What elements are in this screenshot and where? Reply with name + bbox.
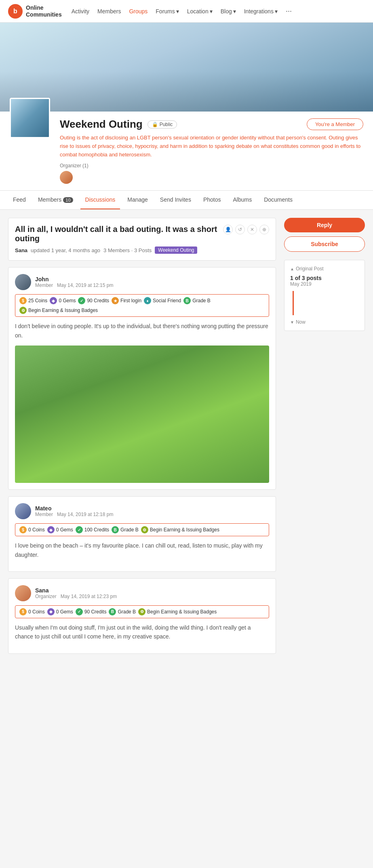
badge-row-mateo: $ 0 Coins ◆ 0 Gems ✓ 100 Credits B Grade… <box>15 523 269 536</box>
avatar-mateo <box>15 503 31 519</box>
post-author-info-sana: Sana Organizer May 14, 2019 at 12:23 pm <box>35 587 117 599</box>
coins-icon-sana: $ <box>19 608 27 615</box>
subscribe-button[interactable]: Subscribe <box>284 236 365 252</box>
post-author-row-sana: Sana Organizer May 14, 2019 at 12:23 pm <box>15 585 269 601</box>
nav-more-button[interactable]: ··· <box>286 7 292 15</box>
badge-grade-mateo: B Grade B <box>112 526 139 533</box>
discussion-header: All in all, I wouldn't call it a bad out… <box>8 218 276 261</box>
nav-location[interactable]: Location ▾ <box>187 8 213 15</box>
author-role-date-john: Member May 14, 2019 at 12:15 pm <box>35 282 113 288</box>
grade-icon: B <box>183 297 191 304</box>
badge-coins-john: $ 25 Coins <box>19 297 47 304</box>
icon-2[interactable]: ↺ <box>235 225 245 234</box>
author-role-date-mateo: Member May 14, 2019 at 12:18 pm <box>35 512 113 517</box>
author-role-date-sana: Organizer May 14, 2019 at 12:23 pm <box>35 594 117 599</box>
badge-credits-mateo: ✓ 100 Credits <box>76 526 109 533</box>
posts-area: All in all, I wouldn't call it a bad out… <box>8 218 276 660</box>
group-avatar <box>10 98 50 138</box>
tab-feed[interactable]: Feed <box>8 191 31 209</box>
author-name-john: John <box>35 276 113 282</box>
nav-activity[interactable]: Activity <box>72 8 89 15</box>
author-name-mateo: Mateo <box>35 505 113 512</box>
badge-gems-john: ◆ 0 Gems <box>50 297 76 304</box>
post-image-john <box>15 346 269 483</box>
grade-icon-sana: B <box>109 608 116 615</box>
group-info: Weekend Outing 🔒 Public You're a Member … <box>60 118 363 184</box>
badge-credits-sana: ✓ 90 Credits <box>76 608 107 615</box>
discussion-action-icons: 👤 ↺ ✕ ⊕ <box>223 225 269 234</box>
nav-members[interactable]: Members <box>97 8 121 15</box>
tab-manage[interactable]: Manage <box>122 191 153 209</box>
brand-name: Online Communities <box>26 4 62 18</box>
icon-1[interactable]: 👤 <box>223 225 233 234</box>
chevron-down-icon: ▼ <box>290 320 294 324</box>
nav-groups[interactable]: Groups <box>129 8 148 15</box>
badge-firstlogin-john: ★ First login <box>112 297 141 304</box>
badge-grade-sana: B Grade B <box>109 608 136 615</box>
badge-gems-sana: ◆ 0 Gems <box>47 608 73 615</box>
reply-button[interactable]: Reply <box>284 218 365 232</box>
tab-photos[interactable]: Photos <box>198 191 226 209</box>
credits-icon: ✓ <box>78 297 85 304</box>
nav-forums[interactable]: Forums ▾ <box>156 8 179 15</box>
tab-send-invites[interactable]: Send Invites <box>155 191 196 209</box>
avatar-john <box>15 274 31 290</box>
badge-gems-mateo: ◆ 0 Gems <box>47 526 73 533</box>
tab-discussions[interactable]: Discussions <box>80 191 120 209</box>
post-author-info-mateo: Mateo Member May 14, 2019 at 12:18 pm <box>35 505 113 517</box>
earn-icon: ⚙ <box>19 307 27 314</box>
post-date: May 2019 <box>290 281 359 287</box>
post-count: 1 of 3 posts <box>290 275 359 281</box>
tab-members[interactable]: Members10 <box>33 191 78 209</box>
chevron-up-icon: ▲ <box>290 267 294 271</box>
main-layout: All in all, I wouldn't call it a bad out… <box>0 210 373 668</box>
icon-4[interactable]: ⊕ <box>259 225 269 234</box>
firstlogin-icon: ★ <box>112 297 119 304</box>
earn-icon-mateo: ⚙ <box>141 526 148 533</box>
discussion-updated: updated 1 year, 4 months ago <box>31 247 100 253</box>
post-author-row: John Member May 14, 2019 at 12:15 pm <box>15 274 269 290</box>
post-text-mateo: I love being on the beach – it's my favo… <box>15 541 269 559</box>
group-title: Weekend Outing <box>60 118 143 131</box>
badge-row-sana: $ 0 Coins ◆ 0 Gems ✓ 90 Credits B Grade … <box>15 605 269 618</box>
logo-icon: b <box>8 4 23 19</box>
nav-integrations[interactable]: Integrations ▾ <box>244 8 278 15</box>
gems-icon-mateo: ◆ <box>47 526 55 533</box>
sidebar-post-info: ▲ Original Post 1 of 3 posts May 2019 ▼ … <box>284 260 365 331</box>
gems-icon-sana: ◆ <box>47 608 55 615</box>
post-text-sana: Usually when I'm out doing stuff, I'm ju… <box>15 623 269 641</box>
nav-blog[interactable]: Blog ▾ <box>221 8 236 15</box>
badge-socialfriend-john: ♦ Social Friend <box>144 297 181 304</box>
visibility-badge: 🔒 Public <box>148 120 177 129</box>
tab-documents[interactable]: Documents <box>259 191 297 209</box>
original-post-label: ▲ Original Post <box>290 266 359 272</box>
discussion-stats: 3 Members · 3 Posts <box>103 247 152 253</box>
lock-icon: 🔒 <box>152 122 158 127</box>
group-header: Weekend Outing 🔒 Public You're a Member … <box>0 112 373 191</box>
tab-albums[interactable]: Albums <box>228 191 257 209</box>
icon-3[interactable]: ✕ <box>247 225 257 234</box>
badge-earn-john: ⚙ Begin Earning & Issuing Badges <box>19 307 98 314</box>
timeline-line <box>293 291 294 315</box>
organizer-label: Organizer (1) <box>60 163 363 169</box>
organizer-avatar[interactable] <box>60 171 73 184</box>
socialfriend-icon: ♦ <box>144 297 151 304</box>
badge-row-john: $ 25 Coins ◆ 0 Gems ✓ 90 Credits ★ First… <box>15 294 269 317</box>
now-label: ▼ Now <box>290 319 359 325</box>
badge-coins-mateo: $ 0 Coins <box>19 526 45 533</box>
earn-icon-sana: ⚙ <box>138 608 145 615</box>
post-author-row-mateo: Mateo Member May 14, 2019 at 12:18 pm <box>15 503 269 519</box>
member-button[interactable]: You're a Member <box>307 118 363 130</box>
badge-earn-sana: ⚙ Begin Earning & Issuing Badges <box>138 608 217 615</box>
discussion-tag[interactable]: Weekend Outing <box>155 246 197 254</box>
credits-icon-mateo: ✓ <box>76 526 83 533</box>
post-text-john: I don't believe in outing people. It's u… <box>15 322 269 340</box>
discussion-meta: Sana updated 1 year, 4 months ago 3 Memb… <box>15 246 269 254</box>
post-sana: Sana Organizer May 14, 2019 at 12:23 pm … <box>8 578 276 654</box>
coins-icon: $ <box>19 297 27 304</box>
gems-icon: ◆ <box>50 297 57 304</box>
discussion-author: Sana <box>15 247 27 253</box>
author-name-sana: Sana <box>35 587 117 594</box>
group-description: Outing is the act of disclosing an LGBT … <box>60 134 363 159</box>
post-mateo: Mateo Member May 14, 2019 at 12:18 pm $ … <box>8 496 276 572</box>
